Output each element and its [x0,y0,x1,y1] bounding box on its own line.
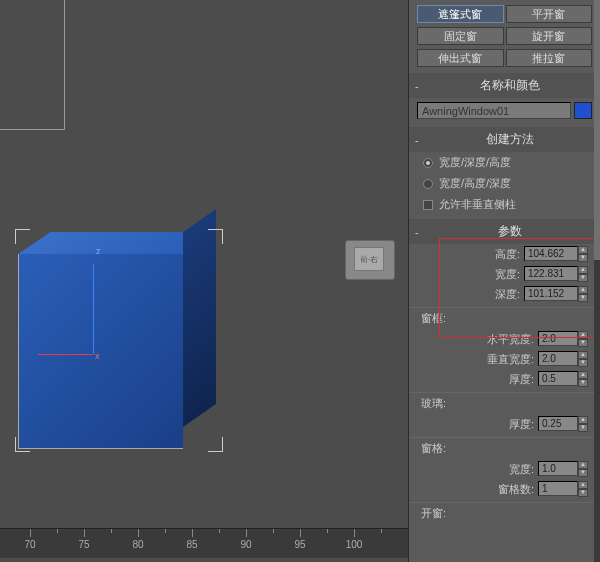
group-glass: 玻璃: [409,392,600,414]
selection-bracket [208,229,223,244]
view-cube[interactable]: 前·右 [345,240,395,280]
selection-bracket [15,437,30,452]
scene-object-cube[interactable]: z x [18,254,216,449]
glass-thickness-input[interactable] [538,416,578,431]
window-type-projected[interactable]: 伸出式窗 [417,49,504,67]
radio-wdh[interactable] [423,158,433,168]
ruler-mark: 100 [346,539,363,550]
section-title: 参数 [425,223,594,240]
group-grid: 窗格: [409,437,600,459]
selection-bracket [208,437,223,452]
window-type-casement[interactable]: 平开窗 [506,5,593,23]
spinner-up[interactable]: ▲ [578,416,588,424]
spinner-down[interactable]: ▼ [578,294,588,302]
group-frame: 窗框: [409,307,600,329]
spinner-down[interactable]: ▼ [578,379,588,387]
cube-front-face [18,254,183,449]
collapse-icon[interactable]: - [415,80,425,92]
window-type-fixed[interactable]: 固定窗 [417,27,504,45]
spinner-up[interactable]: ▲ [578,351,588,359]
param-height-input[interactable] [524,246,578,261]
spinner-down[interactable]: ▼ [578,424,588,432]
frame-hwidth-input[interactable] [538,331,578,346]
panel-scrollbar[interactable] [594,0,600,562]
secondary-viewport-outline [0,0,65,130]
object-color-swatch[interactable] [574,102,592,119]
glass-thickness-label: 厚度: [509,417,534,432]
frame-thickness-label: 厚度: [509,372,534,387]
spinner-down[interactable]: ▼ [578,274,588,282]
view-cube-face[interactable]: 前·右 [354,247,384,271]
checkbox-allow-nonvertical[interactable] [423,200,433,210]
collapse-icon[interactable]: - [415,134,425,146]
ruler-mark: 85 [186,539,197,550]
gizmo-x-axis[interactable] [38,354,93,355]
panel-scrollthumb[interactable] [594,0,600,260]
radio-label: 宽度/高度/深度 [439,176,511,191]
grid-width-input[interactable] [538,461,578,476]
gizmo-x-label: x [95,351,100,361]
section-name-color[interactable]: - 名称和颜色 [409,73,600,98]
spinner-up[interactable]: ▲ [578,246,588,254]
spinner-down[interactable]: ▼ [578,489,588,497]
frame-vwidth-input[interactable] [538,351,578,366]
param-height-label: 高度: [495,247,520,262]
spinner-up[interactable]: ▲ [578,286,588,294]
frame-thickness-input[interactable] [538,371,578,386]
window-type-awning[interactable]: 遮篷式窗 [417,5,504,23]
window-type-sliding[interactable]: 推拉窗 [506,49,593,67]
ruler-mark: 90 [240,539,251,550]
frame-hwidth-label: 水平宽度: [487,332,534,347]
spinner-down[interactable]: ▼ [578,339,588,347]
section-create-method[interactable]: - 创建方法 [409,127,600,152]
group-open-window: 开窗: [409,502,600,524]
command-panel: 遮篷式窗 平开窗 固定窗 旋开窗 伸出式窗 推拉窗 - 名称和颜色 - 创建方法… [408,0,600,562]
spinner-down[interactable]: ▼ [578,254,588,262]
grid-width-label: 宽度: [509,462,534,477]
frame-vwidth-label: 垂直宽度: [487,352,534,367]
spinner-up[interactable]: ▲ [578,481,588,489]
spinner-up[interactable]: ▲ [578,266,588,274]
spinner-up[interactable]: ▲ [578,461,588,469]
checkbox-label: 允许非垂直侧柱 [439,197,516,212]
spinner-down[interactable]: ▼ [578,469,588,477]
gizmo-z-label: z [96,246,101,256]
section-title: 创建方法 [425,131,594,148]
param-width-label: 宽度: [495,267,520,282]
radio-label: 宽度/深度/高度 [439,155,511,170]
gizmo-z-axis[interactable] [93,264,94,354]
section-parameters[interactable]: - 参数 [409,219,600,244]
radio-whd[interactable] [423,179,433,189]
ruler-mark: 95 [294,539,305,550]
param-depth-input[interactable] [524,286,578,301]
ruler-mark: 75 [78,539,89,550]
grid-count-label: 窗格数: [498,482,534,497]
window-type-pivoted[interactable]: 旋开窗 [506,27,593,45]
timeline-ruler[interactable]: 70 75 80 85 90 95 100 [0,528,408,558]
grid-count-input[interactable] [538,481,578,496]
selection-bracket [15,229,30,244]
param-depth-label: 深度: [495,287,520,302]
ruler-mark: 70 [24,539,35,550]
spinner-up[interactable]: ▲ [578,371,588,379]
param-width-input[interactable] [524,266,578,281]
spinner-up[interactable]: ▲ [578,331,588,339]
spinner-down[interactable]: ▼ [578,359,588,367]
section-title: 名称和颜色 [425,77,594,94]
viewport[interactable]: z x 前·右 [0,0,408,528]
object-name-input[interactable] [417,102,571,119]
ruler-mark: 80 [132,539,143,550]
collapse-icon[interactable]: - [415,226,425,238]
